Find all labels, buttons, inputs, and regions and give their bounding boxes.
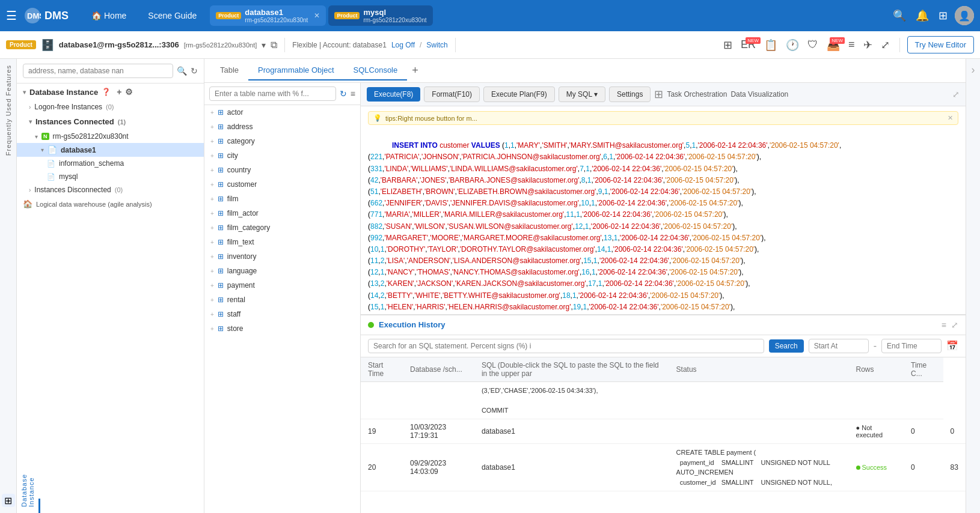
copy-icon-btn[interactable]: 📋 bbox=[762, 36, 780, 54]
table-list-item[interactable]: + ⊞ film bbox=[204, 192, 360, 206]
menu-icon[interactable]: ☰ bbox=[6, 8, 17, 23]
chevron-down-icon2: ▾ bbox=[29, 118, 32, 125]
table-list-item[interactable]: + ⊞ rental bbox=[204, 293, 360, 307]
add-instance-icon[interactable]: + bbox=[117, 87, 121, 97]
row-sql-preview-1[interactable]: (3,'ED','CHASE','2006-02-15 04:34:33'),C… bbox=[474, 381, 669, 419]
copy-icon[interactable]: ⧉ bbox=[271, 40, 277, 50]
maximize-icon[interactable]: ⤢ bbox=[952, 90, 960, 99]
table-name: rental bbox=[227, 296, 245, 304]
shield-icon[interactable]: 🛡 bbox=[805, 36, 821, 53]
instances-disconnected-item[interactable]: › Instances Disconnected (0) bbox=[17, 183, 204, 196]
tab-add-button[interactable]: + bbox=[407, 64, 423, 77]
sql-editor[interactable]: 💡 tips:Right mouse button for m... ✕ INS… bbox=[361, 106, 966, 315]
tab-sqlconsole[interactable]: SQLConsole bbox=[344, 61, 408, 80]
table-list-item[interactable]: + ⊞ city bbox=[204, 148, 360, 163]
db-instance-header[interactable]: ▾ Database Instance ❓ + ⚙ bbox=[17, 83, 204, 100]
table-list-item[interactable]: + ⊞ inventory bbox=[204, 249, 360, 264]
table-list-item[interactable]: + ⊞ store bbox=[204, 321, 360, 336]
refresh-icon[interactable]: ↻ bbox=[191, 66, 198, 76]
send-icon[interactable]: ✈ bbox=[861, 36, 875, 54]
mysql-item[interactable]: 📄 mysql bbox=[17, 170, 204, 183]
table-list-item[interactable]: + ⊞ film_actor bbox=[204, 206, 360, 220]
execute-button[interactable]: Execute(F8) bbox=[367, 87, 420, 102]
exec-maximize-icon[interactable]: ⤢ bbox=[951, 320, 958, 330]
table-list-item[interactable]: + ⊞ customer bbox=[204, 177, 360, 192]
exec-menu-icon[interactable]: ≡ bbox=[942, 320, 946, 330]
settings-instance-icon[interactable]: ⚙ bbox=[125, 87, 133, 97]
expand-icon: + bbox=[210, 138, 214, 145]
connection-sub: [rm-gs5o281z20xu830nt] bbox=[184, 41, 257, 49]
table-search-input[interactable] bbox=[209, 87, 336, 101]
refresh-table-icon[interactable]: ↻ bbox=[340, 89, 347, 99]
table-name: inventory bbox=[227, 252, 257, 261]
format-button[interactable]: Format(F10) bbox=[424, 87, 480, 102]
settings-table-icon[interactable]: ≡ bbox=[351, 89, 355, 99]
table-name: store bbox=[227, 324, 243, 333]
clock-icon[interactable]: 🕐 bbox=[783, 36, 801, 54]
divider2 bbox=[455, 38, 456, 52]
table-list-item[interactable]: + ⊞ actor bbox=[204, 105, 360, 120]
mysql-label: mysql bbox=[59, 172, 78, 181]
global-search-icon[interactable]: 🔍 bbox=[890, 7, 908, 25]
tab-programmable[interactable]: Programmable Object bbox=[248, 61, 343, 80]
connection-dropdown-arrow[interactable]: ▾ bbox=[262, 40, 266, 50]
expand-icon[interactable]: ⤢ bbox=[878, 36, 892, 54]
info-schema-item[interactable]: 📄 information_schema bbox=[17, 157, 204, 170]
calendar-icon[interactable]: 📅 bbox=[946, 340, 958, 351]
db-icon-small: 🗄️ bbox=[41, 38, 54, 52]
tab-database1[interactable]: Product database1 rm-gs5o281z20xu830nt ✕ bbox=[210, 5, 326, 26]
table-list-item[interactable]: + ⊞ payment bbox=[204, 278, 360, 293]
task-orchestration-link[interactable]: Task Orchestration bbox=[667, 90, 727, 99]
right-edge-chevron[interactable]: › bbox=[972, 64, 975, 76]
grid-bottom-icon[interactable]: ⊞ bbox=[2, 494, 15, 507]
table-list-item[interactable]: + ⊞ film_text bbox=[204, 235, 360, 249]
list-icon[interactable]: ≡ bbox=[846, 36, 857, 53]
start-at-input[interactable] bbox=[809, 339, 869, 353]
table-list-item[interactable]: + ⊞ category bbox=[204, 134, 360, 148]
exec-status-dot bbox=[368, 322, 374, 328]
tab-mysql[interactable]: Product mysql rm-gs5o281z20xu830nt bbox=[328, 5, 432, 26]
try-new-editor-button[interactable]: Try New Editor bbox=[907, 36, 974, 53]
db-instance-tab[interactable]: Database Instance bbox=[17, 499, 40, 513]
help-icon[interactable]: ❓ bbox=[102, 88, 111, 96]
log-off-link[interactable]: Log Off bbox=[391, 41, 415, 49]
instances-connected-header[interactable]: ▾ Instances Connected (1) bbox=[17, 114, 204, 130]
exec-search-button[interactable]: Search bbox=[769, 339, 804, 353]
instance-name: rm-gs5o281z20xu830nt bbox=[53, 132, 129, 141]
execute-plan-button[interactable]: Execute Plan(F9) bbox=[483, 87, 555, 102]
data-visualization-link[interactable]: Data Visualization bbox=[730, 90, 788, 99]
close-tab-db1[interactable]: ✕ bbox=[314, 11, 320, 20]
tab-pills: Product database1 rm-gs5o281z20xu830nt ✕… bbox=[210, 5, 886, 26]
logon-free-item[interactable]: › Logon-free Instances (0) bbox=[17, 100, 204, 114]
exec-search-input[interactable] bbox=[368, 339, 764, 353]
scene-guide-nav[interactable]: Scene Guide bbox=[139, 7, 205, 24]
table-list-item[interactable]: + ⊞ language bbox=[204, 264, 360, 278]
hint-close-icon[interactable]: ✕ bbox=[948, 114, 953, 122]
search-icon[interactable]: 🔍 bbox=[177, 66, 187, 76]
tab-table[interactable]: Table bbox=[210, 61, 248, 80]
grid-view-icon[interactable]: ⊞ bbox=[654, 88, 663, 101]
table-list-item[interactable]: + ⊞ address bbox=[204, 120, 360, 134]
warehouse-item[interactable]: 🏠 Logical data warehouse (agile analysis… bbox=[17, 196, 204, 211]
database1-item[interactable]: ▾ 📄 database1 bbox=[17, 143, 204, 157]
prod-badge-mysql: Product bbox=[334, 12, 360, 19]
notification-icon[interactable]: 🔔 bbox=[913, 7, 931, 25]
settings-button[interactable]: Settings bbox=[609, 87, 651, 102]
table-list-item[interactable]: + ⊞ staff bbox=[204, 307, 360, 321]
chevron-down-icon3: ▾ bbox=[35, 133, 38, 140]
grid-icon[interactable]: ⊞ bbox=[936, 7, 950, 25]
table-icon-btn[interactable]: ⊞ bbox=[721, 36, 735, 54]
row-sql-20[interactable]: CREATE TABLE payment ( payment_id SMALLI… bbox=[669, 444, 849, 491]
my-sql-button[interactable]: My SQL ▾ bbox=[559, 87, 605, 102]
end-time-input[interactable] bbox=[881, 339, 942, 353]
switch-link[interactable]: Switch bbox=[426, 41, 447, 49]
db-search-input[interactable] bbox=[23, 64, 173, 78]
table-list-item[interactable]: + ⊞ country bbox=[204, 163, 360, 177]
sql-main: Execute(F8) Format(F10) Execute Plan(F9)… bbox=[361, 83, 966, 513]
sql-code-area[interactable]: INSERT INTO customer VALUES (1,1,'MARY',… bbox=[368, 129, 958, 315]
home-nav[interactable]: 🏠 Home bbox=[83, 7, 135, 24]
new-badge-er: NEW bbox=[746, 37, 761, 44]
table-list-item[interactable]: + ⊞ film_category bbox=[204, 220, 360, 235]
instance-rm[interactable]: ▾ N rm-gs5o281z20xu830nt bbox=[17, 130, 204, 143]
user-avatar[interactable]: 👤 bbox=[955, 6, 974, 25]
